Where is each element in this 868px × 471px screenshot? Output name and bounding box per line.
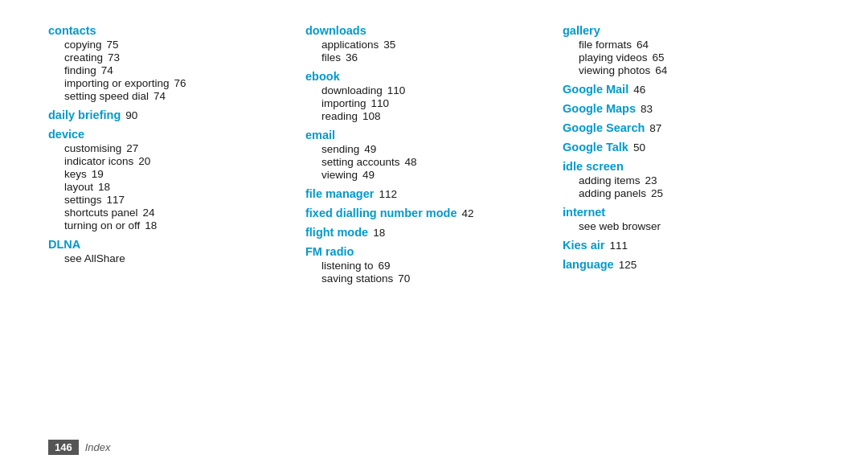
- page: contacts copying 75 creating 73 finding …: [0, 0, 868, 471]
- list-item: sending 49: [305, 143, 547, 155]
- list-item: reading 108: [305, 110, 547, 122]
- section-flight-mode: flight mode 18: [305, 226, 547, 239]
- heading-fm-radio: FM radio: [305, 245, 547, 258]
- column-3: gallery file formats 64 playing videos 6…: [563, 24, 820, 428]
- list-item: setting speed dial 74: [48, 90, 289, 102]
- section-ebook: ebook downloading 110 importing 110 read…: [305, 70, 547, 122]
- list-item: viewing photos 64: [563, 64, 804, 76]
- section-fixed-dialling: fixed dialling number mode 42: [305, 207, 547, 219]
- section-google-mail: Google Mail 46: [563, 83, 804, 96]
- section-contacts: contacts copying 75 creating 73 finding …: [48, 24, 289, 102]
- list-item: applications 35: [305, 39, 547, 51]
- list-item: saving stations 70: [305, 272, 547, 285]
- list-item: keys 19: [48, 168, 289, 180]
- list-item: importing 110: [305, 97, 547, 109]
- section-kies-air: Kies air 111: [563, 239, 804, 252]
- list-item: viewing 49: [305, 169, 547, 181]
- list-item: importing or exporting 76: [48, 77, 289, 89]
- section-dlna: DLNA see AllShare: [48, 238, 289, 264]
- list-item: adding items 23: [563, 174, 804, 186]
- footer: 146 Index: [48, 436, 820, 455]
- section-language: language 125: [563, 258, 804, 271]
- heading-ebook: ebook: [305, 70, 547, 83]
- list-item: adding panels 25: [563, 187, 804, 199]
- section-gallery: gallery file formats 64 playing videos 6…: [563, 24, 804, 76]
- list-item: finding 74: [48, 64, 289, 76]
- heading-fixed-dialling: fixed dialling number mode: [305, 207, 457, 219]
- section-fm-radio: FM radio listening to 69 saving stations…: [305, 245, 547, 285]
- list-item: files 36: [305, 51, 547, 63]
- section-google-maps: Google Maps 83: [563, 102, 804, 115]
- list-item: file formats 64: [563, 39, 804, 51]
- section-device: device customising 27 indicator icons 20…: [48, 128, 289, 231]
- column-2: downloads applications 35 files 36 ebook…: [305, 24, 563, 428]
- list-item: turning on or off 18: [48, 219, 289, 231]
- column-1: contacts copying 75 creating 73 finding …: [48, 24, 305, 428]
- heading-google-search: Google Search: [563, 121, 645, 134]
- list-item: playing videos 65: [563, 51, 804, 63]
- list-item: listening to 69: [305, 260, 547, 272]
- section-email: email sending 49 setting accounts 48 vie…: [305, 129, 547, 181]
- list-item: indicator icons 20: [48, 155, 289, 167]
- list-item: copying 75: [48, 39, 289, 51]
- section-internet: internet see web browser: [563, 206, 804, 232]
- heading-downloads: downloads: [305, 24, 547, 37]
- list-item: customising 27: [48, 142, 289, 154]
- list-item: creating 73: [48, 51, 289, 63]
- see-web-browser: see web browser: [563, 220, 804, 232]
- section-google-talk: Google Talk 50: [563, 141, 804, 154]
- heading-email: email: [305, 129, 547, 141]
- heading-idle-screen: idle screen: [563, 160, 804, 173]
- index-columns: contacts copying 75 creating 73 finding …: [48, 24, 820, 428]
- heading-daily-briefing: daily briefing: [48, 109, 121, 121]
- heading-language: language: [563, 258, 614, 271]
- list-item: settings 117: [48, 194, 289, 206]
- heading-kies-air: Kies air: [563, 239, 604, 252]
- heading-file-manager: file manager: [305, 187, 374, 200]
- heading-contacts: contacts: [48, 24, 289, 37]
- section-idle-screen: idle screen adding items 23 adding panel…: [563, 160, 804, 199]
- heading-gallery: gallery: [563, 24, 804, 37]
- page-number-badge: 146: [48, 440, 79, 455]
- heading-google-maps: Google Maps: [563, 102, 636, 115]
- section-downloads: downloads applications 35 files 36: [305, 24, 547, 63]
- list-item: layout 18: [48, 181, 289, 193]
- heading-internet: internet: [563, 206, 804, 219]
- list-item: downloading 110: [305, 84, 547, 96]
- section-google-search: Google Search 87: [563, 121, 804, 134]
- heading-dlna: DLNA: [48, 238, 289, 251]
- section-daily-briefing: daily briefing 90: [48, 109, 289, 121]
- see-allshare: see AllShare: [48, 252, 289, 264]
- index-label: Index: [85, 441, 111, 453]
- list-item: setting accounts 48: [305, 156, 547, 168]
- heading-device: device: [48, 128, 289, 141]
- heading-google-talk: Google Talk: [563, 141, 628, 154]
- list-item: shortcuts panel 24: [48, 207, 289, 219]
- section-file-manager: file manager 112: [305, 187, 547, 200]
- heading-google-mail: Google Mail: [563, 83, 628, 96]
- heading-flight-mode: flight mode: [305, 226, 368, 239]
